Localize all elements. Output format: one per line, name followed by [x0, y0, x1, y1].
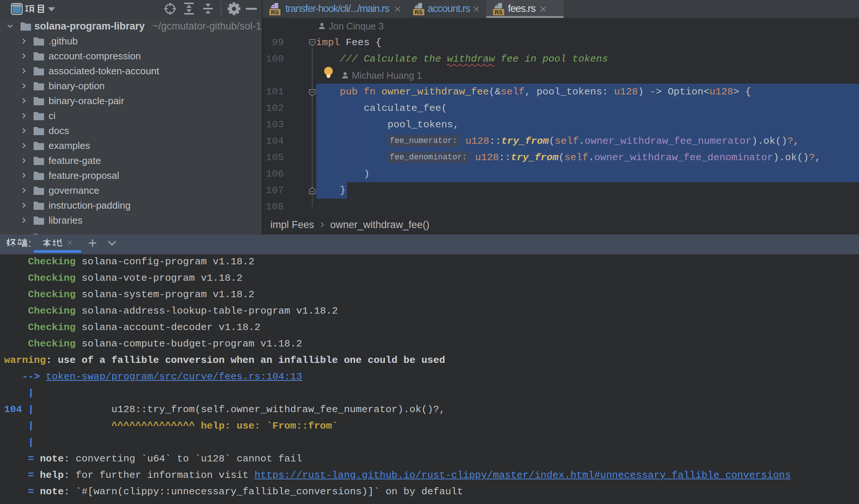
- svg-text:RS: RS: [495, 9, 503, 15]
- svg-text:RS: RS: [415, 9, 423, 15]
- svg-text:RS: RS: [271, 9, 279, 15]
